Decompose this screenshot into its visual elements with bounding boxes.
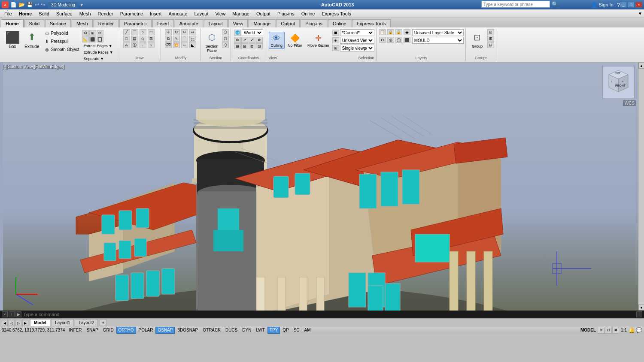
view-icon[interactable]: ◈ [332, 37, 339, 43]
single-viewport-dropdown[interactable]: Single viewport [340, 45, 374, 51]
extrude-faces-btn[interactable]: Extrude Faces▼ [82, 49, 115, 55]
status-icon1[interactable]: 🔔 [629, 327, 635, 333]
no-filter-button[interactable]: 🔶 No Filter [286, 32, 304, 49]
tab-view[interactable]: View [228, 19, 248, 27]
menu-home[interactable]: Home [15, 10, 36, 17]
coord-icon6[interactable]: ⊟ [241, 43, 248, 49]
status-dyn[interactable]: DYN [240, 327, 253, 334]
status-polar[interactable]: POLAR [137, 327, 155, 334]
cmd-expand-btn[interactable]: ▶ [15, 311, 21, 317]
layer-props-btn[interactable]: 📋 [379, 29, 386, 35]
array-btn[interactable]: ⣿ [189, 36, 196, 42]
culling-button[interactable]: 👁 Culling [269, 32, 285, 49]
rect-btn[interactable]: □ [123, 36, 130, 42]
close-btn[interactable]: × [635, 2, 642, 8]
tab-model[interactable]: Model [30, 319, 50, 326]
section-icon3[interactable]: ⬡ [222, 42, 229, 48]
tab-layout1[interactable]: Layout1 [51, 319, 74, 326]
maximize-btn[interactable]: □ [628, 2, 635, 8]
move-gizmo-button[interactable]: ✛ Move Gizmo [305, 32, 331, 49]
extract-edges-btn[interactable]: Extract Edges▼ [82, 43, 114, 49]
menu-layout[interactable]: Layout [191, 10, 212, 17]
status-ortho[interactable]: ORTHO [116, 327, 136, 334]
menu-parametric[interactable]: Parametric [117, 10, 146, 17]
coord-icon7[interactable]: ⊠ [249, 43, 255, 49]
menu-online[interactable]: Online [298, 10, 319, 17]
groups-icon3[interactable]: ⊟ [487, 42, 494, 48]
help-btn[interactable]: ? [617, 2, 620, 8]
qat-new[interactable]: 📄 [10, 2, 17, 8]
icon-btn-4[interactable]: 📐 [82, 36, 89, 42]
scale-btn[interactable]: ⤡ [173, 36, 180, 42]
world-icon[interactable]: 🌐 [234, 30, 241, 36]
trim-btn[interactable]: ✂ [181, 29, 188, 35]
coord-icon2[interactable]: ↗ [241, 37, 248, 43]
menu-annotate[interactable]: Annotate [165, 10, 191, 17]
qat-save[interactable]: 💾 [27, 2, 33, 8]
icon-btn-2[interactable]: ⊞ [89, 30, 96, 36]
tab-insert[interactable]: Insert [152, 19, 174, 27]
icon-btn-3[interactable]: ✂ [97, 30, 103, 36]
stretch-btn[interactable]: ↔ [181, 42, 188, 48]
icon-btn-6[interactable]: 🔲 [97, 36, 103, 42]
section-plane-btn[interactable]: ⬡ SectionPlane [203, 29, 221, 54]
text-btn[interactable]: A [123, 42, 130, 48]
rotate-btn[interactable]: ↻ [173, 29, 180, 35]
tab-surface[interactable]: Surface [45, 19, 71, 27]
qat-undo[interactable]: ↩ [35, 2, 39, 8]
presspull-btn[interactable]: ⬇ Presspull [42, 37, 81, 45]
explode-btn[interactable]: 💥 [173, 42, 180, 48]
layer-state-dropdown[interactable]: Unsaved Layer State [412, 29, 464, 36]
section-icon2[interactable]: ⬡ [222, 36, 229, 42]
layer-btn3[interactable]: 🔓 [395, 29, 402, 35]
scroll-down-btn[interactable]: ▼ [638, 305, 644, 311]
viewport-btn1[interactable]: ⊞ [598, 327, 605, 334]
tab-home[interactable]: Home [1, 19, 24, 27]
cmd-close-btn[interactable]: × [2, 311, 8, 317]
visual-style-dropdown[interactable]: *Current* [340, 29, 374, 36]
status-osnap[interactable]: OSNAP [155, 327, 175, 334]
command-input[interactable] [23, 311, 635, 317]
tab-nav-right[interactable]: ▷ [15, 320, 21, 326]
menu-surface[interactable]: Surface [53, 10, 76, 17]
mtext-btn[interactable]: Ⓐ [131, 42, 138, 48]
tab-annotate[interactable]: Annotate [175, 19, 203, 27]
tab-manage[interactable]: Manage [249, 19, 275, 27]
menu-solid[interactable]: Solid [35, 10, 52, 17]
sign-in[interactable]: 👤 Sign In [591, 2, 613, 8]
group-button[interactable]: ⊡ Group [468, 29, 486, 50]
viewport-btn3[interactable]: ⊠ [612, 327, 619, 334]
extrude-button[interactable]: ⬆ Extrude [22, 29, 41, 50]
groups-icon2[interactable]: ⊞ [487, 36, 494, 42]
world-dropdown[interactable]: World [242, 29, 263, 36]
unsaved-view-dropdown[interactable]: Unsaved View [340, 37, 374, 44]
coord-icon4[interactable]: ⊗ [256, 37, 263, 43]
menu-mesh[interactable]: Mesh [76, 10, 94, 17]
copy-btn[interactable]: ⧉ [165, 36, 172, 42]
groups-icon1[interactable]: ⊡ [487, 29, 494, 35]
viewport[interactable]: [-][Custom View][FlatWithEdges] [0, 63, 644, 311]
line-btn[interactable]: ╱ [123, 29, 130, 35]
tab-online[interactable]: Online [328, 19, 351, 27]
coord-icon8[interactable]: ⊡ [256, 43, 263, 49]
region-btn[interactable]: ◇ [140, 36, 146, 42]
status-tpy[interactable]: TPY [267, 327, 280, 334]
separate-btn[interactable]: Separate▼ [82, 56, 106, 62]
menu-file[interactable]: File [1, 10, 15, 17]
section-icon1[interactable]: ⬡ [222, 29, 229, 35]
status-infer[interactable]: INFER [67, 327, 84, 334]
spline-btn[interactable]: ~ [148, 42, 155, 48]
nav-cube[interactable]: FRONT R L TOP [602, 66, 635, 98]
coord-icon5[interactable]: ⊞ [234, 43, 241, 49]
box-button[interactable]: ⬛ Box [3, 29, 21, 50]
visual-style-icon[interactable]: ◼ [332, 30, 339, 36]
scroll-up-btn[interactable]: ▲ [638, 63, 644, 69]
status-ducs[interactable]: DUCS [223, 327, 240, 334]
tab-layout[interactable]: Layout [204, 19, 228, 27]
point-btn[interactable]: · [140, 42, 146, 48]
fillet-btn[interactable]: ⌒ [181, 36, 188, 42]
status-grid[interactable]: GRID [101, 327, 116, 334]
tab-express[interactable]: Express Tools [352, 19, 391, 27]
tab-nav-left2[interactable]: ◁ [9, 320, 15, 326]
tab-add-btn[interactable]: + [100, 319, 106, 326]
